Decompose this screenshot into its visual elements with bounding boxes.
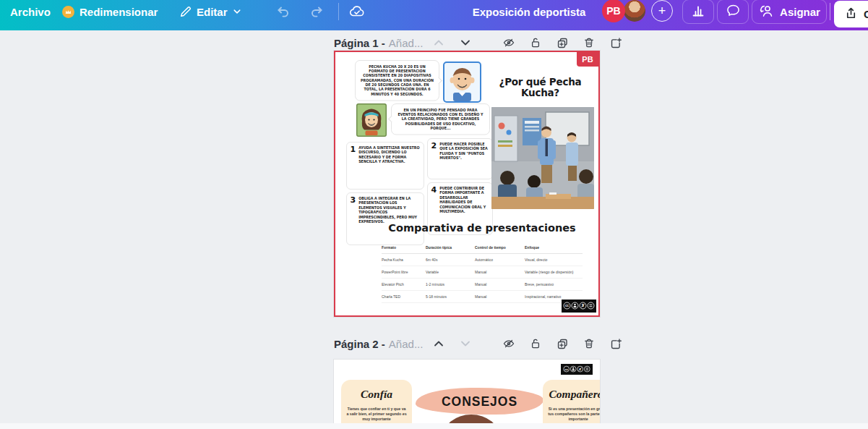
- lock-page-button[interactable]: [529, 36, 542, 49]
- page2-main-title: CONSEJOS: [442, 394, 517, 409]
- edit-menu-button[interactable]: Editar: [179, 0, 241, 23]
- page1-title[interactable]: Página 1 -: [334, 37, 385, 49]
- redo-button[interactable]: [309, 0, 324, 23]
- share-icon: [844, 7, 858, 22]
- table-row: Elevator Pitch 1-2 minutos Manual Breve,…: [382, 279, 583, 291]
- move-page-up-button[interactable]: [432, 337, 445, 350]
- document-title[interactable]: Exposición deportista: [464, 0, 594, 23]
- point-1-number: 1: [351, 145, 356, 186]
- insights-button[interactable]: [682, 0, 714, 24]
- table-header-row: Formato Duración típica Control de tiemp…: [382, 242, 583, 254]
- cc-license-icon: cc $: [562, 300, 596, 313]
- point-2: 2 PUEDE HACER POSIBLE QUE LA EXPOSICIÓN …: [427, 138, 493, 179]
- chevron-down-icon: [233, 7, 241, 16]
- page2-controls: [432, 337, 622, 350]
- page1-question-title: ¿Por qué Pecha Kucha?: [485, 76, 596, 98]
- point-1: 1 AYUDA A SINTETIZAR NUESTRO DISCURSO, D…: [346, 142, 424, 190]
- point-1-text: AYUDA A SINTETIZAR NUESTRO DISCURSO, DIC…: [358, 145, 420, 186]
- cloud-check-icon: [348, 3, 366, 20]
- col-header-duracion: Duración típica: [426, 246, 475, 250]
- comparison-table-title: Comparativa de presentaciones: [382, 221, 583, 234]
- add-page-button[interactable]: [609, 337, 622, 350]
- assign-button[interactable]: Asignar: [752, 0, 827, 24]
- duplicate-page-button[interactable]: [556, 36, 569, 49]
- table-row: PowerPoint libre Variable Manual Variabl…: [382, 266, 583, 279]
- move-page-down-button[interactable]: [459, 36, 472, 49]
- assign-person-icon: [758, 3, 774, 21]
- page1-thumbnail[interactable]: PB PECHA KUCHA 20 X 20 ES UN FORMATO DE …: [334, 51, 600, 317]
- edit-label: Editar: [197, 6, 228, 18]
- comments-button[interactable]: [717, 0, 749, 24]
- bottom-edge-strip: [0, 423, 868, 429]
- table-row: Charla TED 5-18 minutos Manual Inspiraci…: [382, 291, 583, 303]
- consejos-highlight: CONSEJOS: [416, 388, 543, 415]
- menu-archivo[interactable]: Archivo: [10, 0, 51, 23]
- point-2-number: 2: [431, 142, 437, 176]
- card-text: Si es una presentación en grupo, tus com…: [548, 406, 600, 422]
- svg-text:cc: cc: [565, 304, 570, 307]
- save-status-button[interactable]: [348, 0, 366, 23]
- add-collaborator-button[interactable]: +: [651, 0, 673, 22]
- svg-text:cc: cc: [565, 368, 569, 371]
- delete-page-button[interactable]: [583, 36, 596, 49]
- classroom-photo: [491, 107, 594, 209]
- page2-header: Página 2 - Añad...: [334, 335, 596, 352]
- hide-page-button[interactable]: [502, 337, 515, 350]
- page2-thumbnail[interactable]: cc $ Confía Tienes que confiar en ti y q…: [334, 360, 600, 429]
- collaborator-avatar-photo[interactable]: [622, 0, 647, 23]
- advice-card-companeros: Compañeros Si es una presentación en gru…: [543, 380, 600, 429]
- collaborator-avatar-pb[interactable]: PB: [602, 0, 625, 22]
- origin-speech-bubble: EN UN PRINCIPIO FUE PENSADO PARA EVENTOS…: [391, 103, 490, 135]
- move-page-down-button[interactable]: [459, 337, 472, 350]
- point-2-text: PUEDE HACER POSIBLE QUE LA EXPOSICIÓN SE…: [439, 142, 489, 176]
- cartoon-woman-illustration: [356, 103, 387, 137]
- duplicate-page-button[interactable]: [556, 337, 569, 350]
- move-page-up-button[interactable]: [432, 36, 445, 49]
- cartoon-man-illustration: [443, 61, 481, 103]
- crown-icon: [62, 6, 74, 18]
- col-header-formato: Formato: [382, 246, 426, 250]
- col-header-enfoque: Enfoque: [525, 246, 583, 250]
- comparison-table: Formato Duración típica Control de tiemp…: [382, 242, 583, 303]
- canva-editor: Archivo Redimensionar Editar: [0, 0, 868, 429]
- intro-speech-bubble: PECHA KUCHA 20 X 20 ES UN FORMATO DE PRE…: [355, 60, 439, 101]
- page1-title-placeholder[interactable]: Añad...: [389, 37, 424, 49]
- card-title: Compañeros: [548, 388, 600, 401]
- page1-header: Página 1 - Añad...: [334, 34, 596, 51]
- page2-title[interactable]: Página 2 -: [334, 338, 385, 350]
- advice-card-confia: Confía Tienes que confiar en ti y que va…: [341, 380, 412, 429]
- redo-icon: [309, 4, 324, 19]
- undo-icon: [276, 4, 291, 19]
- add-page-button[interactable]: [609, 36, 622, 49]
- col-header-control: Control de tiempo: [475, 246, 525, 250]
- page1-collaborator-badge: PB: [577, 52, 598, 67]
- delete-page-button[interactable]: [583, 337, 596, 350]
- table-row: Pecha Kucha 6m 40s Automático Visual, di…: [382, 254, 583, 266]
- page1-controls: [432, 36, 622, 49]
- page2-title-placeholder[interactable]: Añad...: [389, 338, 424, 350]
- page1-content: PECHA KUCHA 20 X 20 ES UN FORMATO DE PRE…: [335, 52, 598, 315]
- resize-label: Redimensionar: [80, 6, 158, 18]
- topbar-divider: [830, 3, 830, 20]
- bar-chart-icon: [691, 4, 705, 20]
- resize-button[interactable]: Redimensionar: [62, 0, 158, 23]
- card-title: Confía: [346, 388, 407, 401]
- pencil-icon: [179, 6, 192, 18]
- topbar-divider: [338, 3, 339, 20]
- share-label: C: [864, 8, 868, 20]
- page2-content: cc $ Confía Tienes que confiar en ti y q…: [334, 360, 600, 429]
- cc-license-icon: cc $: [561, 364, 593, 375]
- hide-page-button[interactable]: [502, 36, 515, 49]
- share-button[interactable]: C: [834, 1, 868, 27]
- topbar: Archivo Redimensionar Editar: [0, 0, 868, 30]
- lock-page-button[interactable]: [529, 337, 542, 350]
- point-3: 3 OBLIGA A INTEGRAR EN LA PRESENTACIÓN L…: [346, 192, 424, 245]
- comment-bubble-icon: [726, 3, 741, 20]
- menu-archivo-label: Archivo: [10, 6, 51, 18]
- card-text: Tienes que confiar en ti y que va a sali…: [346, 406, 407, 422]
- point-3-number: 3: [351, 196, 356, 242]
- assign-label: Asignar: [780, 6, 820, 18]
- point-3-text: OBLIGA A INTEGRAR EN LA PRESENTACIÓN LOS…: [358, 196, 420, 242]
- undo-button[interactable]: [276, 0, 291, 23]
